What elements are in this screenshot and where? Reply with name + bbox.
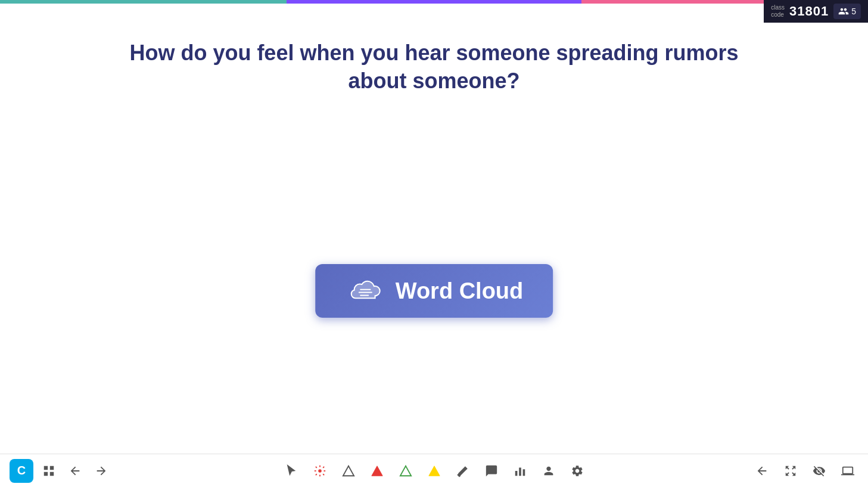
back-icon [69, 464, 82, 477]
logo-button[interactable]: C [10, 459, 33, 483]
nav-back-icon [755, 464, 769, 477]
triangle-red-tool[interactable] [366, 460, 388, 482]
nav-back-button[interactable] [751, 460, 773, 482]
svg-line-10 [323, 466, 324, 467]
word-cloud-label: Word Cloud [396, 278, 524, 304]
word-cloud-button[interactable]: Word Cloud [315, 264, 553, 318]
toolbar: C [0, 454, 868, 487]
triangle-outline-tool[interactable] [395, 460, 416, 482]
person-icon [542, 464, 555, 477]
class-code: 31801 [789, 4, 829, 19]
cursor-tool[interactable] [281, 460, 302, 482]
back-button[interactable] [64, 460, 86, 482]
comment-tool[interactable] [481, 460, 502, 482]
triangle-yellow-icon [428, 464, 441, 477]
forward-button[interactable] [91, 460, 112, 482]
class-label: classcode [771, 4, 785, 18]
triangle-outline-icon [399, 464, 412, 477]
bar-chart-tool[interactable] [509, 460, 531, 482]
triangle-icon [342, 464, 355, 477]
eraser-icon [456, 464, 469, 477]
word-cloud-icon [345, 275, 384, 308]
magic-pointer-tool[interactable] [309, 460, 331, 482]
svg-line-9 [315, 474, 316, 475]
class-badge: classcode 31801 5 [764, 0, 868, 23]
triangle-red-icon [371, 464, 384, 477]
comment-icon [485, 464, 498, 477]
hide-icon [813, 464, 826, 477]
expand-icon [784, 464, 797, 477]
screen-share-icon [841, 464, 854, 477]
class-members: 5 [833, 4, 861, 19]
svg-marker-15 [428, 466, 439, 476]
question-text: How do you feel when you hear someone sp… [107, 39, 762, 95]
eraser-tool[interactable] [452, 460, 474, 482]
settings-tool[interactable] [567, 460, 588, 482]
svg-rect-18 [522, 469, 525, 476]
svg-line-8 [323, 474, 324, 475]
svg-marker-12 [343, 466, 353, 476]
grid-button[interactable] [38, 460, 60, 482]
grid-icon [42, 464, 55, 477]
forward-icon [95, 464, 108, 477]
svg-rect-17 [519, 467, 521, 476]
bar-chart-icon [514, 464, 527, 477]
main-content: How do you feel when you hear someone sp… [0, 4, 868, 454]
svg-line-7 [315, 466, 316, 467]
members-icon [838, 6, 849, 17]
toolbar-left: C [10, 459, 112, 483]
svg-marker-14 [400, 466, 410, 476]
svg-marker-13 [371, 466, 382, 476]
svg-rect-16 [515, 471, 517, 476]
hide-button[interactable] [808, 460, 830, 482]
settings-icon [571, 464, 584, 477]
cursor-icon [285, 464, 298, 477]
toolbar-right [751, 460, 858, 482]
toolbar-center [281, 460, 588, 482]
magic-pointer-icon [313, 464, 326, 477]
triangle-tool[interactable] [338, 460, 359, 482]
screen-share-button[interactable] [837, 460, 858, 482]
members-count: 5 [851, 7, 856, 16]
svg-point-11 [318, 469, 322, 473]
expand-button[interactable] [780, 460, 801, 482]
triangle-yellow-tool[interactable] [424, 460, 445, 482]
person-tool[interactable] [538, 460, 559, 482]
logo-letter: C [17, 464, 26, 477]
